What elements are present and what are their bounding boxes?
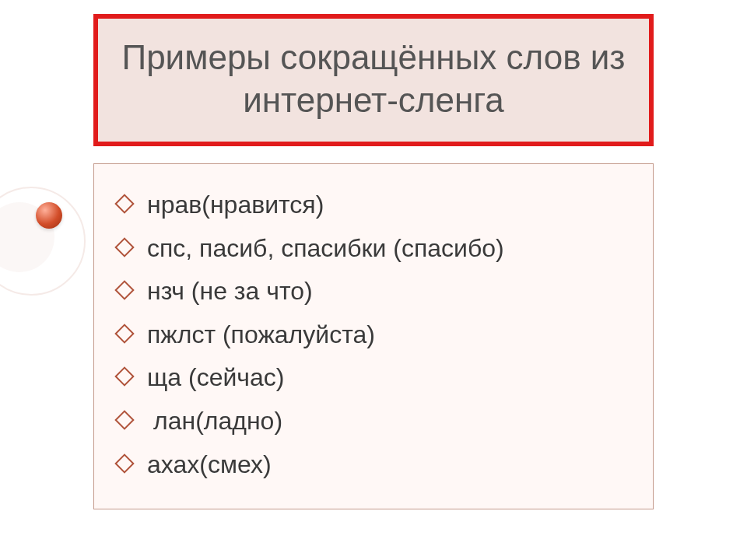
decorative-ball: [36, 202, 62, 229]
list-item: нзч (не за что): [117, 275, 630, 308]
title-card: Примеры сокращённых слов из интернет-сле…: [93, 14, 654, 146]
list-item: ахах(смех): [117, 449, 630, 481]
bullet-diamond-icon: [114, 280, 134, 299]
bullet-diamond-icon: [114, 410, 134, 429]
bullet-diamond-icon: [114, 324, 134, 343]
list-item: спс, пасиб, спасибки (спасибо): [117, 233, 630, 265]
bullet-diamond-icon: [114, 367, 134, 387]
list-item-text: ахах(смех): [147, 449, 630, 481]
list-item-text: лан(ладно): [147, 405, 630, 438]
list-item-text: нрав(нравится): [147, 189, 630, 222]
list-item-text: пжлст (пожалуйста): [147, 319, 630, 352]
bullet-diamond-icon: [114, 237, 134, 257]
list-card: нрав(нравится) спс, пасиб, спасибки (спа…: [93, 163, 654, 509]
list-item: ща (сейчас): [117, 362, 630, 394]
list-item-text: спс, пасиб, спасибки (спасибо): [147, 233, 630, 265]
bullet-diamond-icon: [114, 453, 134, 473]
list-item: лан(ладно): [117, 405, 630, 438]
list-item: нрав(нравится): [117, 189, 630, 222]
slide-title: Примеры сокращённых слов из интернет-сле…: [121, 36, 626, 121]
bullet-diamond-icon: [114, 194, 134, 213]
list-item-text: ща (сейчас): [147, 362, 630, 394]
list-item-text: нзч (не за что): [147, 275, 630, 308]
list-item: пжлст (пожалуйста): [117, 319, 630, 352]
